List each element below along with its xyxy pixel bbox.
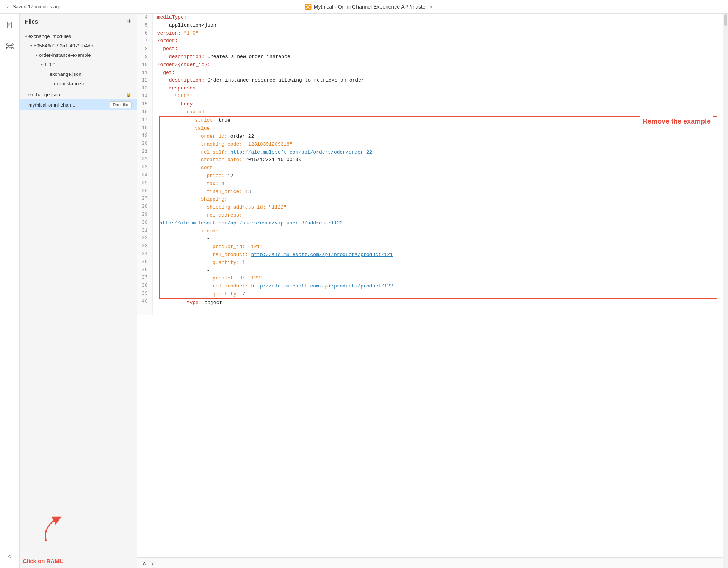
tree-item-label: mythical-omni-chan...	[28, 102, 106, 108]
code-editor: 4 5 6 7 8 9 10 11 12 13 14 15 16 17 18 1…	[137, 14, 723, 568]
bottom-nav: ∧ ∨	[137, 557, 723, 568]
svg-line-10	[11, 45, 12, 46]
code-line: product_id: "121"	[160, 243, 717, 251]
code-line: version: "1.0"	[157, 30, 719, 38]
tree-item-exchange-json-nested[interactable]: ▾ exchange.json	[20, 69, 137, 79]
collapse-icon-btn[interactable]: <	[3, 550, 17, 563]
code-line: type: object	[157, 299, 719, 307]
saved-status: ✓ Saved 17 minutes ago	[6, 4, 61, 9]
code-line: /order/{order_id}:	[157, 61, 719, 69]
code-line: tax: 1	[160, 180, 717, 188]
expand-bottom-btn[interactable]: ∨	[149, 559, 157, 566]
tree-item-mythical-omni[interactable]: ▾ mythical-omni-chan... Root file	[20, 99, 137, 110]
code-line: "200":	[157, 93, 719, 100]
code-line: final_price: 13	[160, 188, 717, 196]
tree-item-label: order-instance-e...	[50, 81, 132, 86]
code-line: cost:	[160, 164, 717, 172]
code-line: price: 12	[160, 172, 717, 180]
root-file-badge: Root file	[110, 101, 132, 108]
code-content[interactable]: 4 5 6 7 8 9 10 11 12 13 14 15 16 17 18 1…	[137, 14, 723, 557]
remove-example-label: Remove the example	[640, 116, 713, 127]
code-line	[157, 307, 719, 315]
code-line: body:	[157, 100, 719, 108]
title-chevron[interactable]: ∨	[429, 4, 433, 9]
tree-item-label: order-instance-example	[39, 52, 132, 58]
tree-item-order-instance-example[interactable]: ▾ order-instance-example	[20, 50, 137, 60]
graph-icon-btn[interactable]	[3, 39, 17, 53]
main-layout: < Files + ▾ exchange_modules ▾ 595646c0-…	[0, 14, 728, 568]
project-title: Mythical - Omni Channel Experience API/m…	[314, 4, 427, 10]
code-line: http://alc.mulesoft.com/api/users/user/v…	[160, 220, 717, 228]
file-panel: Files + ▾ exchange_modules ▾ 595646c0-93…	[20, 14, 137, 568]
code-line: example:	[157, 108, 719, 116]
file-panel-header: Files +	[20, 14, 137, 29]
code-line: shipping:	[160, 196, 717, 204]
lock-icon: 🔒	[126, 92, 132, 97]
code-body: mediaType: - application/json version: "…	[153, 14, 723, 315]
annotation-area: Click on RAML	[20, 519, 137, 568]
saved-text: Saved 17 minutes ago	[13, 4, 61, 9]
red-highlight-box: Remove the example strict: true value: o…	[159, 116, 717, 299]
icon-bar: <	[0, 14, 20, 568]
code-line: /order:	[157, 37, 719, 45]
svg-line-9	[8, 45, 8, 46]
tree-item-label: 595646c0-93a1-4979-b4dc-...	[34, 43, 132, 49]
add-file-button[interactable]: +	[127, 17, 132, 25]
tree-item-label: exchange_modules	[28, 33, 132, 39]
code-line: rel_address:	[160, 212, 717, 220]
chevron-icon: ▾	[25, 34, 27, 38]
files-label: Files	[25, 18, 38, 25]
scrollbar-thumb[interactable]	[724, 14, 727, 26]
code-line: rel_product: http://alc.mulesoft.com/api…	[160, 251, 717, 259]
scrollbar-area[interactable]	[723, 14, 728, 568]
svg-point-6	[12, 44, 13, 45]
chevron-icon: ▾	[30, 44, 32, 48]
tree-item-version[interactable]: ▾ 1.0.0	[20, 60, 137, 69]
code-line: mediaType:	[157, 14, 719, 22]
code-line: order_id: order_22	[160, 133, 717, 141]
click-raml-label: Click on RAML	[23, 558, 63, 564]
top-bar: ✓ Saved 17 minutes ago 🔀 Mythical - Omni…	[0, 0, 728, 14]
code-line: items:	[160, 228, 717, 235]
svg-point-8	[12, 47, 13, 49]
tree-item-exchange-modules[interactable]: ▾ exchange_modules	[20, 31, 137, 41]
svg-rect-0	[7, 22, 11, 28]
svg-line-11	[8, 47, 8, 48]
tree-item-exchange-json-root[interactable]: ▾ exchange.json 🔒	[20, 90, 137, 99]
chevron-icon: ▾	[36, 53, 38, 57]
tree-item-label: 1.0.0	[44, 62, 132, 67]
svg-line-12	[11, 47, 12, 48]
svg-point-5	[6, 44, 8, 45]
code-line: rel_product: http://alc.mulesoft.com/api…	[160, 282, 717, 290]
project-title-area: 🔀 Mythical - Omni Channel Experience API…	[305, 4, 433, 10]
code-line: strict: true	[160, 117, 717, 125]
code-line: product_id: "122"	[160, 275, 717, 282]
tree-item-label: exchange.json	[28, 92, 126, 97]
code-line: creation_date: 2015/12/31 10:00:00	[160, 156, 717, 164]
code-line: quantity: 1	[160, 259, 717, 267]
code-line: tracking_code: "12310391209318"	[160, 141, 717, 149]
tree-item-order-instance-e[interactable]: ▾ order-instance-e...	[20, 79, 137, 88]
chevron-icon: ▾	[41, 63, 43, 67]
tree-item-label: exchange.json	[50, 71, 132, 77]
svg-point-7	[6, 47, 8, 49]
line-numbers: 4 5 6 7 8 9 10 11 12 13 14 15 16 17 18 1…	[137, 14, 153, 315]
annotation-arrow	[39, 515, 69, 545]
collapse-bottom-btn[interactable]: ∧	[140, 559, 149, 566]
code-line: -	[160, 235, 717, 243]
file-tree: ▾ exchange_modules ▾ 595646c0-93a1-4979-…	[20, 29, 137, 519]
code-line: shipping_address_id: "1122"	[160, 204, 717, 212]
code-line: responses:	[157, 85, 719, 93]
file-icon-btn[interactable]	[3, 18, 17, 32]
code-line: - application/json	[157, 22, 719, 30]
code-lines: 4 5 6 7 8 9 10 11 12 13 14 15 16 17 18 1…	[137, 14, 723, 315]
branch-icon: 🔀	[305, 4, 312, 10]
code-line: description: Order instance resource all…	[157, 77, 719, 85]
tree-item-uuid[interactable]: ▾ 595646c0-93a1-4979-b4dc-...	[20, 41, 137, 50]
code-line: quantity: 2	[160, 290, 717, 298]
svg-point-4	[9, 45, 11, 47]
code-line: post:	[157, 45, 719, 53]
code-line: get:	[157, 69, 719, 77]
code-line: -	[160, 267, 717, 275]
code-line: rel_self: http://alc.mulesoft.com/api/or…	[160, 149, 717, 157]
